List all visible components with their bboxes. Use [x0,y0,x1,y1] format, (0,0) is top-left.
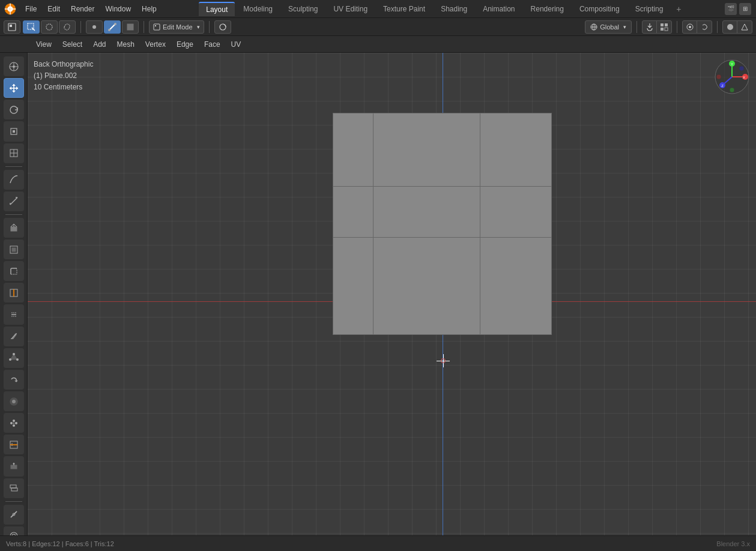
select-lasso-btn[interactable] [59,20,76,34]
sep3 [209,21,210,33]
svg-point-9 [92,25,96,29]
viewport-gizmo[interactable]: X Y Z [714,59,750,95]
tool-shrink-fatten[interactable] [4,456,24,476]
tool-transform[interactable] [4,143,24,163]
tool-poly-build[interactable] [4,348,24,368]
edit-menu-add[interactable]: Add [88,38,110,50]
tool-move[interactable] [4,78,24,98]
proportional-options-btn[interactable] [697,20,712,34]
select-box-btn[interactable] [23,20,40,34]
select-circle-btn[interactable] [41,20,58,34]
tab-rendering[interactable]: Rendering [524,2,571,16]
tab-layout[interactable]: Layout [199,2,235,16]
edit-menu-select[interactable]: Select [58,38,87,50]
snap-options-btn[interactable] [657,20,671,34]
edit-menu-face[interactable]: Face [199,38,225,50]
viewport[interactable]: Back Orthographic (1) Plane.002 10 Centi… [28,53,756,550]
tool-rotate[interactable] [4,100,24,119]
tab-scripting[interactable]: Scripting [628,2,671,16]
top-menu-right: 🎬 ⊞ [720,3,756,15]
svg-rect-69 [11,488,17,491]
edge-select-btn[interactable] [104,20,121,34]
edit-menu-uv[interactable]: UV [226,38,246,50]
tool-annotate[interactable] [4,170,24,190]
add-workspace-button[interactable]: + [671,2,686,16]
svg-rect-15 [155,25,156,26]
tab-uv-editing[interactable]: UV Editing [326,2,375,16]
editor-type-btn[interactable] [4,20,20,34]
tab-sculpting[interactable]: Sculpting [281,2,325,16]
tool-shear[interactable] [4,478,24,498]
face-select-btn[interactable] [122,20,139,34]
overlay-btn[interactable] [214,20,231,34]
tool-extrude[interactable] [4,218,24,238]
global-select[interactable]: Global ▾ [585,20,632,34]
mode-label: Edit Mode [163,23,193,31]
tool-inset[interactable] [4,239,24,259]
options-group [214,20,231,34]
svg-line-39 [10,197,17,205]
tab-modeling[interactable]: Modeling [236,2,280,16]
proportional-btn[interactable] [683,20,697,34]
tool-measure[interactable] [4,191,24,211]
tab-animation[interactable]: Animation [476,2,522,16]
blender-logo-icon[interactable] [4,2,17,16]
svg-rect-23 [665,28,668,31]
tool-bevel[interactable] [4,261,24,281]
menu-help[interactable]: Help [137,2,162,16]
snap-btn[interactable] [643,20,657,34]
menu-render[interactable]: Render [66,2,99,16]
tool-rip-region[interactable] [4,505,24,525]
tool-offset-edge[interactable] [4,304,24,324]
scene-icon[interactable]: 🎬 [725,3,737,15]
display-group [722,20,752,34]
workspace-tabs: Layout Modeling Sculpting UV Editing Tex… [165,2,720,16]
tool-cursor[interactable] [4,56,24,76]
sep2 [144,21,144,33]
global-chevron-icon: ▾ [623,24,626,30]
svg-point-57 [12,400,16,403]
top-menu-bar: File Edit Render Window Help Layout Mode… [0,0,756,18]
menu-edit[interactable]: Edit [43,2,65,16]
tab-shading[interactable]: Shading [434,2,474,16]
edit-menu-vertex[interactable]: Vertex [141,38,171,50]
svg-line-10 [109,24,115,30]
tool-smooth[interactable] [4,391,24,411]
tool-scale[interactable] [4,121,24,141]
view-layer-icon[interactable]: ⊞ [739,3,751,15]
edit-menu-edge[interactable]: Edge [172,38,198,50]
status-text: Verts:8 | Edges:12 | Faces:6 | Tris:12 [6,540,114,547]
tab-texture-paint[interactable]: Texture Paint [376,2,432,16]
menu-window[interactable]: Window [100,2,136,16]
plane-line-v1 [373,113,373,334]
tab-compositing[interactable]: Compositing [572,2,627,16]
svg-rect-6 [10,25,12,27]
sep5 [677,21,677,33]
version-label: Blender 3.x [716,540,750,547]
edit-menu-view[interactable]: View [31,38,56,50]
proportional-group [682,20,712,34]
tool-spin[interactable] [4,370,24,390]
left-toolbar [0,53,28,550]
edit-toolbar: View Select Add Mesh Vertex Edge Face UV [0,36,756,53]
svg-point-85 [730,88,734,92]
tool-sep-3 [5,501,22,502]
tool-knife[interactable] [4,327,24,346]
editor-type-group [4,20,20,34]
mode-chevron-icon: ▾ [197,24,200,30]
viewport-overlay-btn[interactable] [737,20,752,34]
svg-point-54 [16,358,19,361]
svg-point-55 [9,358,11,361]
tool-loop-cut[interactable] [4,283,24,303]
viewport-shading-solid-btn[interactable] [723,20,737,34]
svg-rect-13 [127,24,133,30]
vertex-select-btn[interactable] [86,20,103,34]
mode-select[interactable]: Edit Mode ▾ [149,20,204,34]
top-menu-left: File Edit Render Window Help [0,2,165,16]
menu-file[interactable]: File [20,2,41,16]
edit-menu-mesh[interactable]: Mesh [112,38,139,50]
sep1 [80,21,81,33]
second-toolbar: Edit Mode ▾ Global ▾ [0,18,756,36]
tool-edge-slide[interactable] [4,435,24,454]
tool-randomize[interactable] [4,413,24,433]
